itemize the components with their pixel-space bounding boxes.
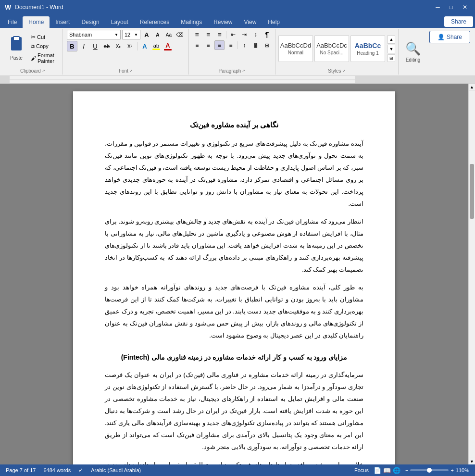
doc-para5[interactable]: علاوه بر این، رشد روزافزون استارتاپ‌های … (105, 459, 363, 464)
copy-icon: ⧉ (31, 43, 35, 50)
clear-format-button[interactable]: ⌫ (175, 30, 185, 39)
align-center-button[interactable]: ≡ (203, 40, 213, 50)
align-left-button[interactable]: ≡ (192, 40, 202, 50)
style-no-spacing[interactable]: AaBbCcDc No Spaci... (314, 35, 349, 62)
read-mode-icon[interactable]: 📖 (383, 467, 391, 474)
style-normal[interactable]: AaBbCcDd Normal (278, 35, 313, 62)
minimize-button[interactable]: ─ (433, 3, 443, 12)
close-button[interactable]: ✕ (460, 3, 470, 12)
text-effects-button[interactable]: A (139, 41, 150, 51)
change-case-button[interactable]: Aa (164, 30, 174, 39)
font-color-button[interactable]: A (162, 41, 173, 51)
search-icon: 🔍 (405, 41, 421, 56)
bold-button[interactable]: B (67, 41, 77, 51)
copy-button[interactable]: ⧉ Copy (29, 42, 60, 50)
font-size-dropdown[interactable]: 12 ▼ (122, 30, 140, 39)
paragraph-group: ≡ ≡ ≡ ⇤ ⇥ ↕ ¶ ≡ ≡ ≡ ≡ ↕ ▓ ⊞ (189, 29, 275, 75)
zoom-slider[interactable]: − + 110% (405, 467, 469, 473)
styles-dialog-icon[interactable]: ↗ (342, 69, 346, 73)
ribbon-tabs: File Home Insert Design Layout Reference… (0, 14, 475, 28)
doc-para1[interactable]: آینده مشاوره فین‌تک به دلیل پیشرفت‌های س… (105, 138, 363, 210)
editing-group: 🔍 Editing (399, 29, 427, 75)
share-button[interactable]: Share (444, 16, 473, 27)
style-no-spacing-label: No Spaci... (320, 50, 344, 55)
scrollbar-vertical[interactable]: ▲ ▼ (468, 84, 475, 464)
italic-button[interactable]: I (78, 41, 89, 51)
doc-para2[interactable]: انتظار می‌رود که مشاوران فین‌تک در آینده… (105, 216, 363, 276)
styles-scroll-down[interactable]: ▼ (388, 45, 395, 53)
scrollbar-track[interactable] (469, 90, 475, 458)
font-grow-button[interactable]: A (142, 30, 151, 39)
styles-scroll-up[interactable]: ▲ (388, 35, 395, 44)
show-formatting-button[interactable]: ¶ (262, 30, 272, 39)
format-painter-button[interactable]: 🖌 Format Painter (29, 51, 60, 65)
underline-button[interactable]: U (90, 41, 100, 51)
tab-help[interactable]: Help (262, 16, 286, 28)
paragraph-dialog-icon[interactable]: ↗ (242, 69, 245, 73)
tab-review[interactable]: Review (208, 16, 238, 28)
decrease-indent-button[interactable]: ⇤ (228, 30, 238, 39)
multilevel-button[interactable]: ≡ (214, 30, 225, 39)
scrollbar-up-arrow[interactable]: ▲ (469, 84, 475, 90)
font-dialog-icon[interactable]: ↗ (129, 69, 133, 73)
tab-home[interactable]: Home (23, 16, 50, 28)
line-spacing-button[interactable]: ↕ (239, 40, 250, 50)
doc-scroll-area[interactable]: نگاهی بر آینده مشاوره فین‌تک آینده مشاور… (0, 84, 468, 464)
scrollbar-thumb[interactable] (470, 164, 474, 219)
title-bar-right: ─ □ ✕ (433, 3, 470, 12)
ruler-horizontal (0, 76, 475, 84)
language[interactable]: Arabic (Saudi Arabia) (91, 467, 141, 473)
highlight-button[interactable]: ab (151, 42, 162, 51)
tab-mailings[interactable]: Mailings (175, 16, 208, 28)
bullets-button[interactable]: ≡ (192, 30, 202, 39)
tab-references[interactable]: References (134, 16, 175, 28)
search-button[interactable]: 🔍 Editing (403, 39, 423, 64)
share-button[interactable]: 👤 Share (429, 31, 470, 43)
subscript-button[interactable]: X₂ (113, 41, 124, 51)
align-right-button[interactable]: ≡ (214, 40, 225, 50)
zoom-level[interactable]: 110% (456, 467, 469, 473)
styles-group: AaBbCcDd Normal AaBbCcDc No Spaci... AaB… (275, 29, 399, 75)
paste-label: Paste (10, 55, 23, 61)
tab-layout[interactable]: Layout (105, 16, 134, 28)
status-right: Focus 📄 📖 🌐 − + 110% (354, 467, 469, 474)
style-heading1-label: Heading 1 (357, 50, 379, 56)
zoom-out-icon[interactable]: − (405, 467, 408, 473)
tab-insert[interactable]: Insert (50, 16, 75, 28)
share-person-icon: 👤 (438, 34, 445, 40)
styles-more[interactable]: ⊞ (388, 54, 395, 62)
doc-area: نگاهی بر آینده مشاوره فین‌تک آینده مشاور… (0, 84, 475, 464)
word-count[interactable]: 6484 words (43, 467, 71, 473)
maximize-button[interactable]: □ (447, 3, 456, 12)
copy-label: Copy (36, 43, 49, 49)
tab-file[interactable]: File (2, 16, 23, 28)
styles-scroll-buttons: ▲ ▼ ⊞ (388, 35, 395, 62)
font-size-chevron: ▼ (134, 33, 138, 37)
numbering-button[interactable]: ≡ (203, 30, 213, 39)
font-name-dropdown[interactable]: Shabnam ▼ (67, 30, 121, 39)
print-layout-icon[interactable]: 📄 (374, 467, 381, 474)
font-shrink-button[interactable]: A (153, 30, 162, 39)
tab-design[interactable]: Design (75, 16, 105, 28)
borders-button[interactable]: ⊞ (262, 40, 272, 50)
doc-para4[interactable]: سرمایه‌گذاری در زمینه ارائه خدمات مشاوره… (105, 369, 363, 453)
sort-button[interactable]: ↕ (250, 30, 261, 39)
doc-para3[interactable]: به طور کلی، آینده مشاوره فین‌تک با فرصت‌… (105, 282, 363, 342)
paste-button[interactable]: Paste (6, 35, 27, 63)
tab-view[interactable]: View (238, 16, 262, 28)
increase-indent-button[interactable]: ⇥ (239, 30, 250, 39)
web-layout-icon[interactable]: 🌐 (393, 467, 400, 474)
status-bar: Page 7 of 17 6484 words ✓ Arabic (Saudi … (0, 464, 475, 476)
style-heading1[interactable]: AaBbCc Heading 1 (350, 35, 385, 62)
superscript-button[interactable]: X² (125, 41, 135, 51)
page-info[interactable]: Page 7 of 17 (6, 467, 36, 473)
focus-button[interactable]: Focus (354, 467, 369, 473)
scrollbar-down-arrow[interactable]: ▼ (469, 458, 475, 464)
cut-button[interactable]: ✂ Cut (29, 33, 60, 41)
strikethrough-button[interactable]: ab (101, 41, 112, 51)
clipboard-dialog-icon[interactable]: ↗ (42, 69, 45, 73)
justify-button[interactable]: ≡ (225, 40, 236, 50)
zoom-in-icon[interactable]: + (450, 467, 453, 473)
shading-button[interactable]: ▓ (250, 40, 261, 50)
doc-heading1: نگاهی بر آینده مشاوره فین‌تک (105, 118, 363, 131)
